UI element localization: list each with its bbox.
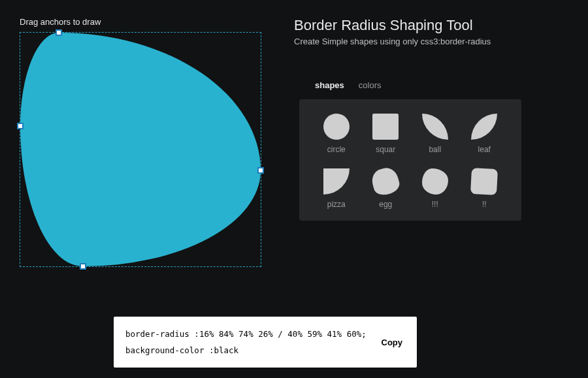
- anchor-left[interactable]: [17, 123, 24, 129]
- preset-leaf[interactable]: leaf: [462, 114, 508, 154]
- anchor-bottom[interactable]: [80, 263, 86, 270]
- square-icon: [372, 114, 399, 140]
- preset-label: squar: [376, 145, 395, 154]
- preset-label: pizza: [327, 200, 346, 209]
- preset-square[interactable]: squar: [363, 114, 409, 154]
- preset-egg[interactable]: egg: [363, 168, 409, 209]
- preset-label: !!: [482, 200, 487, 209]
- leaf-icon: [471, 114, 497, 140]
- preset-blob1[interactable]: !!!: [412, 168, 458, 209]
- css-output-box: border-radius :16% 84% 74% 26% / 40% 59%…: [114, 317, 417, 368]
- circle-icon: [323, 114, 350, 140]
- preset-label: egg: [379, 200, 392, 209]
- tab-colors[interactable]: colors: [359, 80, 382, 90]
- page-title: Border Radius Shaping Tool: [294, 17, 568, 34]
- ball-icon: [422, 114, 448, 140]
- preset-label: ball: [429, 145, 441, 154]
- app-root: Drag anchors to draw Border Radius Shapi…: [0, 0, 588, 267]
- shape-canvas[interactable]: [20, 32, 261, 267]
- blob-icon: [470, 168, 498, 195]
- tab-bar: shapes colors: [315, 80, 568, 90]
- css-output-text[interactable]: border-radius :16% 84% 74% 26% / 40% 59%…: [125, 326, 374, 358]
- canvas-hint: Drag anchors to draw: [20, 17, 268, 27]
- preset-circle[interactable]: circle: [314, 114, 359, 154]
- blob-icon: [422, 168, 448, 195]
- right-column: Border Radius Shaping Tool Create Simple…: [294, 17, 568, 267]
- copy-button[interactable]: Copy: [379, 334, 406, 351]
- page-subtitle: Create Simple shapes using only css3:bor…: [294, 37, 568, 46]
- shapes-panel: circle squar ball leaf pizza egg: [299, 99, 521, 221]
- anchor-right[interactable]: [257, 167, 264, 174]
- preset-pizza[interactable]: pizza: [314, 168, 359, 209]
- preset-blob2[interactable]: !!: [462, 168, 508, 209]
- code-line-1: border-radius :16% 84% 74% 26% / 40% 59%…: [125, 329, 367, 339]
- tab-shapes[interactable]: shapes: [315, 80, 344, 90]
- canvas-column: Drag anchors to draw: [20, 17, 268, 267]
- code-line-2: background-color :black: [125, 345, 238, 355]
- anchor-top[interactable]: [56, 29, 62, 36]
- preset-ball[interactable]: ball: [412, 114, 458, 154]
- egg-icon: [370, 166, 402, 198]
- preset-label: leaf: [478, 145, 491, 154]
- pizza-icon: [323, 168, 350, 195]
- preset-label: !!!: [432, 200, 438, 209]
- shape-preview: [20, 33, 261, 266]
- preset-label: circle: [327, 145, 346, 154]
